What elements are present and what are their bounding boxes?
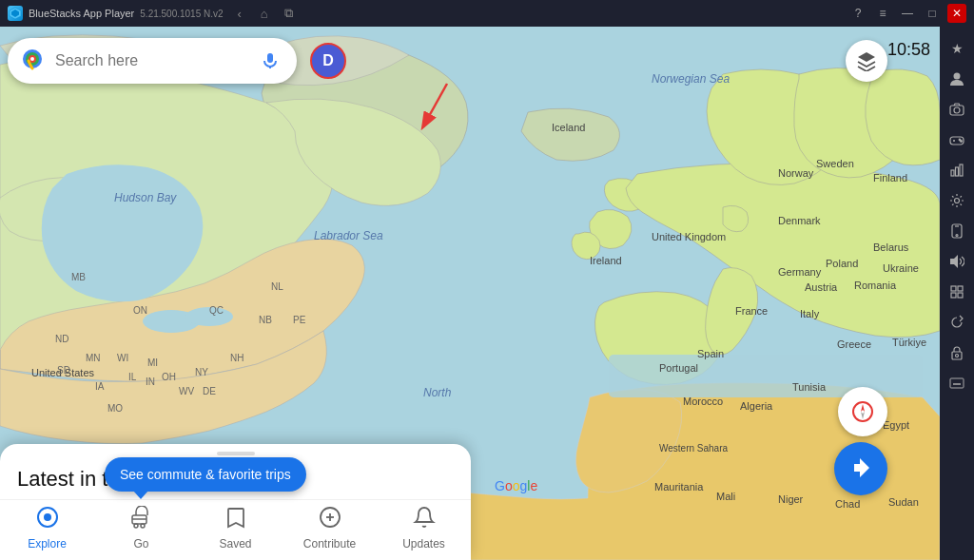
svg-marker-45	[861, 404, 865, 412]
bottom-nav: Explore Go	[0, 499, 471, 560]
sidebar-chart-icon[interactable]	[943, 156, 971, 184]
sidebar-keyboard-icon[interactable]	[943, 369, 971, 397]
svg-point-4	[954, 107, 960, 113]
app-subtitle: 5.21.500.1015 N.v2	[140, 9, 223, 19]
search-bar	[8, 38, 297, 84]
explore-label: Explore	[28, 537, 67, 550]
svg-rect-12	[960, 164, 963, 176]
sidebar-lock-icon[interactable]	[943, 338, 971, 367]
svg-rect-19	[958, 286, 963, 291]
svg-point-16	[956, 235, 958, 237]
clock-display: 10:58	[887, 40, 930, 60]
maps-logo-icon	[19, 48, 46, 74]
svg-point-13	[955, 199, 960, 203]
svg-rect-20	[951, 293, 956, 298]
svg-rect-18	[951, 286, 956, 291]
nav-item-go[interactable]: Go	[104, 506, 180, 550]
contribute-icon	[319, 506, 341, 534]
updates-label: Updates	[402, 537, 445, 550]
go-icon	[130, 506, 153, 534]
search-bar-container: D	[8, 38, 407, 84]
svg-point-35	[185, 307, 233, 326]
nav-item-explore[interactable]: Explore	[10, 506, 86, 550]
layers-button[interactable]	[846, 40, 887, 82]
sidebar-gamepad-icon[interactable]	[943, 126, 971, 154]
sidebar-grid-icon[interactable]	[943, 278, 971, 306]
sidebar-camera-icon[interactable]	[943, 95, 971, 124]
sidebar-volume-icon[interactable]	[943, 247, 971, 276]
hamburger-button[interactable]: ≡	[873, 4, 892, 23]
contribute-label: Contribute	[303, 537, 356, 550]
svg-rect-40	[267, 53, 273, 63]
home-button[interactable]: ⌂	[254, 5, 275, 22]
nav-buttons: ‹ ⌂ ⧉	[229, 5, 300, 22]
nav-item-contribute[interactable]: Contribute	[292, 506, 368, 550]
bluestacks-logo	[8, 6, 23, 21]
svg-marker-46	[861, 412, 865, 419]
tooltip-bubble: See commute & favorite trips	[105, 457, 306, 492]
bottom-panel: Latest in the area See commute & favorit…	[0, 444, 471, 560]
explore-icon	[36, 506, 59, 534]
maximize-button[interactable]: □	[923, 4, 942, 23]
titlebar: BlueStacks App Player 5.21.500.1015 N.v2…	[0, 0, 974, 27]
panel-handle	[217, 452, 255, 455]
svg-rect-21	[958, 293, 963, 298]
help-button[interactable]: ?	[848, 4, 867, 23]
window-close-button[interactable]: ✕	[947, 4, 966, 23]
sidebar-settings-icon[interactable]	[943, 186, 971, 215]
updates-icon	[413, 506, 436, 534]
go-label: Go	[133, 537, 148, 550]
tabs-button[interactable]: ⧉	[279, 5, 300, 22]
location-compass-button[interactable]	[838, 387, 887, 436]
app-title: BlueStacks App Player	[29, 8, 134, 19]
minimize-button[interactable]: —	[898, 4, 917, 23]
svg-rect-22	[952, 352, 962, 359]
right-sidebar: ★	[940, 27, 974, 560]
map-view[interactable]: Norwegian Sea Iceland Ireland United Kin…	[0, 27, 940, 560]
svg-point-39	[30, 57, 34, 61]
svg-rect-24	[950, 378, 964, 388]
sidebar-rotate-icon[interactable]	[943, 308, 971, 337]
search-input[interactable]	[55, 52, 245, 69]
saved-label: Saved	[219, 537, 251, 550]
directions-fab-button[interactable]	[834, 442, 887, 495]
saved-icon	[224, 506, 247, 534]
svg-point-48	[44, 513, 51, 521]
nav-item-updates[interactable]: Updates	[386, 506, 462, 550]
svg-rect-10	[951, 170, 954, 176]
nav-item-saved[interactable]: Saved	[198, 506, 274, 550]
svg-point-51	[141, 524, 145, 528]
google-logo: Google	[495, 478, 537, 493]
svg-point-50	[134, 524, 138, 528]
sidebar-star-icon[interactable]: ★	[943, 34, 971, 63]
sidebar-phone-icon[interactable]	[943, 217, 971, 245]
svg-rect-11	[956, 167, 959, 176]
profile-avatar-button[interactable]: D	[310, 43, 346, 79]
svg-point-9	[961, 141, 963, 143]
svg-point-23	[956, 355, 959, 357]
svg-marker-17	[950, 255, 958, 268]
svg-point-2	[954, 73, 961, 80]
back-button[interactable]: ‹	[229, 5, 250, 22]
sidebar-person-icon[interactable]	[943, 65, 971, 93]
mic-button[interactable]	[255, 46, 285, 76]
